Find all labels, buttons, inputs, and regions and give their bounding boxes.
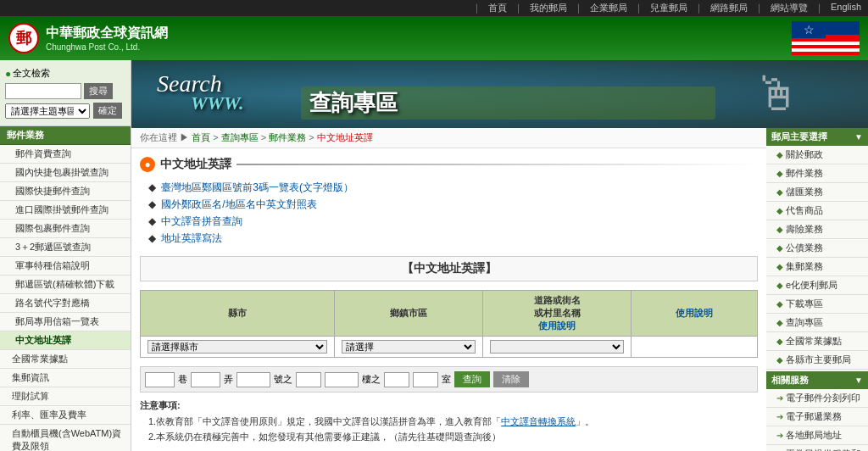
right-item-bonds[interactable]: ◆ 公債業務 <box>766 239 868 258</box>
search-button[interactable]: 搜尋 <box>84 83 113 99</box>
nav-enterprise[interactable]: 企業郵局 <box>590 2 627 14</box>
search-box: ● 全文檢索 搜尋 請選擇主題專區 確定 <box>0 60 131 126</box>
right-item-post-addr[interactable]: ➔ 各地郵局地址 <box>766 426 868 445</box>
county-select[interactable]: 請選擇縣市 <box>147 340 327 354</box>
sidebar-item-pobox[interactable]: 郵局專用信箱一覽表 <box>0 313 131 331</box>
empty-cell <box>632 337 758 358</box>
topic-select[interactable]: 請選擇主題專區 <box>5 103 90 119</box>
query-zone-label: 查詢專區 <box>301 86 715 120</box>
right-item-stamps[interactable]: ◆ 集郵業務 <box>766 258 868 276</box>
lane-label: 巷 <box>178 373 187 386</box>
right-item-query[interactable]: ◆ 查詢專區 <box>766 314 868 332</box>
site-header: 郵 中華郵政全球資訊網 Chunghwa Post Co., Ltd. ☆ <box>0 16 868 60</box>
right-item-savings[interactable]: ◆ 儲匯業務 <box>766 183 868 202</box>
sidebar-item-express[interactable]: 國內快捷包裹掛號查詢 <box>0 164 131 182</box>
breadcrumb-current: 中文地址英譯 <box>317 132 373 142</box>
logo-area: 郵 中華郵政全球資訊網 Chunghwa Post Co., Ltd. <box>8 23 168 53</box>
note-link-1[interactable]: 中文譯音轉換系統 <box>501 416 576 426</box>
breadcrumb: 你在這裡 ▶ 首頁 > 查詢專區 > 郵件業務 > 中文地址英譯 <box>131 128 766 148</box>
breadcrumb-home[interactable]: 首頁 <box>192 132 210 142</box>
clear-button[interactable]: 清除 <box>493 371 529 387</box>
col-district: 鄉鎮市區 <box>334 291 482 337</box>
usage-help-link[interactable]: 使用說明 <box>676 308 713 318</box>
sidebar-item-addr-translate[interactable]: 中文地址英譯 <box>0 331 131 350</box>
query-button[interactable]: 查詢 <box>454 371 490 387</box>
breadcrumb-mail[interactable]: 郵件業務 <box>269 132 306 142</box>
sidebar-item-route[interactable]: 路名號代字對應橋 <box>0 294 131 313</box>
col-county: 縣市 <box>141 291 335 337</box>
confirm-button[interactable]: 確定 <box>93 103 122 119</box>
right-sidebar: 郵局主要選擇 ▼ ◆ 關於郵政 ◆ 郵件業務 ◆ 儲匯業務 <box>766 128 868 451</box>
right-item-edelivery[interactable]: ➔ 電子郵遞業務 <box>766 408 868 426</box>
search-input[interactable] <box>5 83 81 99</box>
nav-internet[interactable]: 網路郵局 <box>710 2 748 14</box>
note-1: 1.依教育部「中文譯音使用原則」規定，我國中文譯音以漢語拼音為準，進入教育部「中… <box>140 415 758 428</box>
link-item-1: ◆ 臺灣地區鄭國區號前3碼一覽表(文字燈版） <box>148 181 758 195</box>
lane-input[interactable] <box>145 372 175 387</box>
number-input[interactable] <box>236 372 270 387</box>
mouse-icon: 🖱 <box>754 67 800 121</box>
left-sidebar: ● 全文檢索 搜尋 請選擇主題專區 確定 郵件業務 郵件資費查詢 國內快捷包裹掛… <box>0 60 131 451</box>
col-road: 道路或街名或村里名稱 使用說明 <box>483 291 632 337</box>
logo-text: 中華郵政全球資訊網 Chunghwa Post Co., Ltd. <box>46 25 168 52</box>
sidebar-item-nationwide[interactable]: 全國常業據點 <box>0 350 131 369</box>
note-2: 2.本系統仍在積極完善中，如您發現有其他需要修正建議，（請先往基礎問題查詢後） <box>140 431 758 443</box>
room-label: 室 <box>442 373 451 386</box>
right-item-mail-biz[interactable]: ◆ 郵件業務 <box>766 164 868 183</box>
sidebar-item-atm[interactable]: 自動櫃員機(含WebATM)資費及限領 <box>0 425 131 451</box>
breadcrumb-query[interactable]: 查詢專區 <box>221 132 259 142</box>
right-main-section: 郵局主要選擇 ▼ ◆ 關於郵政 ◆ 郵件業務 ◆ 儲匯業務 <box>766 128 868 370</box>
sidebar-item-zipcode-dl[interactable]: 郵遞區號(精確軟體)下載 <box>0 276 131 294</box>
right-item-epost[interactable]: ◆ e化便利郵局 <box>766 276 868 295</box>
floor2-input[interactable] <box>384 372 409 387</box>
link-2[interactable]: 國外鄭政區名/地區名中英文對照表 <box>161 198 316 210</box>
nav-home[interactable]: 首頁 <box>488 2 507 14</box>
link-1[interactable]: 臺灣地區鄭國區號前3碼一覽表(文字燈版） <box>161 181 353 193</box>
right-item-eprint[interactable]: ➔ 電子郵件分刻列印 <box>766 389 868 408</box>
col-road-help[interactable]: 使用說明 <box>538 320 576 331</box>
right-item-county-post[interactable]: ◆ 各縣市主要郵局 <box>766 351 868 370</box>
address-form-row: 巷 弄 號之 樓之 室 查詢 清除 <box>140 366 758 393</box>
sidebar-item-zip-search[interactable]: 3＋2郵遞區號查詢 <box>0 238 131 257</box>
center-area: Search WWW. 🖱 查詢專區 你在這裡 ▶ 首頁 > 查詢專區 > 郵件… <box>131 60 868 451</box>
section-title: 【中文地址英譯】 <box>140 256 758 281</box>
room-input[interactable] <box>413 372 438 387</box>
sidebar-item-intl-express[interactable]: 國際快捷郵件查詢 <box>0 182 131 201</box>
right-item-products[interactable]: ◆ 代售商品 <box>766 202 868 220</box>
link-item-3: ◆ 中文譯音拼音查詢 <box>148 214 758 229</box>
link-item-2: ◆ 國外鄭政區名/地區名中英文對照表 <box>148 198 758 212</box>
banner-www-text: WWW. <box>191 92 244 114</box>
sidebar-item-mail-fees[interactable]: 郵件資費查詢 <box>0 145 131 164</box>
number2-input[interactable] <box>296 372 321 387</box>
page-title: 中文地址英譯 <box>160 157 231 172</box>
main-layout: ● 全文檢索 搜尋 請選擇主題專區 確定 郵件業務 郵件資費查詢 國內快捷包裹掛… <box>0 60 868 451</box>
sidebar-item-finance[interactable]: 理財試算 <box>0 387 131 406</box>
sidebar-item-military[interactable]: 軍事特種信箱說明 <box>0 257 131 276</box>
nav-my-post[interactable]: 我的郵局 <box>530 2 567 14</box>
page-title-bar: ● 中文地址英譯 <box>140 157 758 172</box>
number-label: 號之 <box>274 373 292 386</box>
link-3[interactable]: 中文譯音拼音查詢 <box>161 215 242 227</box>
floor-input[interactable] <box>325 372 359 387</box>
site-title: 中華郵政全球資訊網 <box>46 25 168 42</box>
district-select[interactable]: 請選擇 <box>342 340 476 354</box>
sidebar-item-import-intl[interactable]: 進口國際掛號郵件查詢 <box>0 201 131 220</box>
nav-sitemap[interactable]: 網站導覽 <box>771 2 808 14</box>
nav-kids[interactable]: 兒童郵局 <box>650 2 687 14</box>
alley-label: 弄 <box>224 373 233 386</box>
nav-english[interactable]: English <box>831 2 861 14</box>
sidebar-item-intl-parcel[interactable]: 國際包裹郵件查詢 <box>0 220 131 238</box>
road-select[interactable] <box>490 340 624 354</box>
sidebar-item-stamps[interactable]: 集郵資訊 <box>0 369 131 387</box>
right-item-insurance[interactable]: ◆ 壽險業務 <box>766 220 868 239</box>
sidebar-item-rates[interactable]: 利率、匯率及費率 <box>0 406 131 425</box>
header-right: ☆ <box>792 21 860 55</box>
right-item-about[interactable]: ◆ 關於郵政 <box>766 146 868 164</box>
right-item-download[interactable]: ◆ 下載專區 <box>766 295 868 314</box>
notes: 注意事項: 1.依教育部「中文譯音使用原則」規定，我國中文譯音以漢語拼音為準，進… <box>140 399 758 443</box>
alley-input[interactable] <box>191 372 220 387</box>
search-label: ● 全文檢索 <box>5 67 50 80</box>
right-item-nationwide[interactable]: ◆ 全國常業據點 <box>766 332 868 351</box>
right-item-weekday[interactable]: ➔ 平常日提供服務郵局 <box>766 445 868 451</box>
link-4[interactable]: 地址英譯寫法 <box>161 232 222 244</box>
